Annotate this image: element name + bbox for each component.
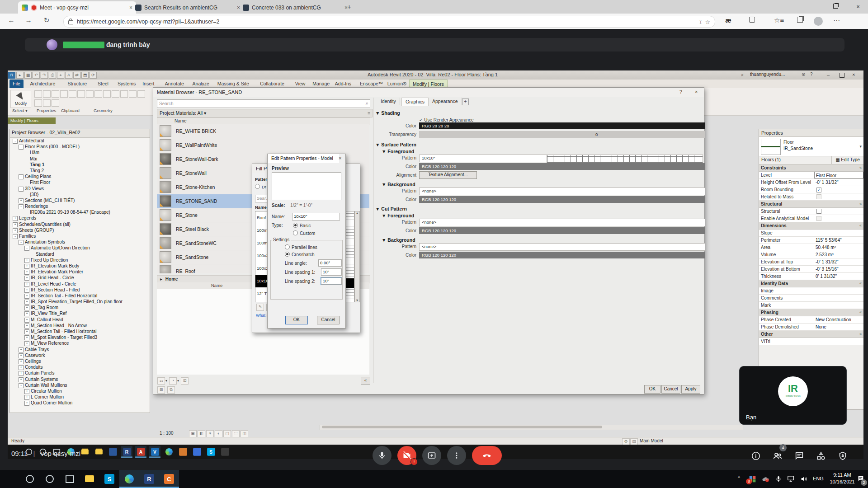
- expand-icon[interactable]: +: [24, 276, 29, 281]
- tab-graphics[interactable]: Graphics: [401, 98, 429, 106]
- tree-item[interactable]: +M_Section Head - No Arrow: [10, 323, 150, 328]
- pattern-name-input[interactable]: 10x10": [292, 213, 340, 221]
- join-icon[interactable]: [77, 90, 85, 98]
- back-icon[interactable]: ←: [6, 16, 16, 24]
- property-row[interactable]: Elevation at Top-0' 1 31/32": [759, 258, 863, 266]
- property-value[interactable]: 2.523 m³: [814, 251, 863, 258]
- expand-icon[interactable]: +: [13, 216, 18, 221]
- tree-item[interactable]: IRE00a 2021 09-19 08-54-47 (Enscape): [10, 209, 150, 215]
- language-indicator[interactable]: ENG: [813, 476, 824, 481]
- qat-section-icon[interactable]: ⇄: [73, 72, 80, 79]
- property-row[interactable]: Structural: [759, 208, 863, 215]
- property-group-header[interactable]: Phasing: [759, 309, 863, 316]
- collapse-editor-button[interactable]: «: [361, 377, 370, 385]
- taskbar-app-revit[interactable]: R: [139, 470, 159, 488]
- taskbar-app-file-explorer[interactable]: [80, 470, 99, 488]
- tree-item[interactable]: -Floor Plans (000 - MODEL): [10, 144, 150, 150]
- reload-icon[interactable]: ↻: [42, 16, 52, 24]
- expand-icon[interactable]: +: [19, 377, 24, 382]
- taskbar-app-task-view[interactable]: [60, 470, 80, 488]
- sp-bg-color-swatch[interactable]: RGB 120 120 120: [419, 196, 705, 203]
- property-group-header[interactable]: Dimensions: [759, 222, 863, 230]
- tree-item[interactable]: +Casework: [10, 352, 150, 358]
- property-value[interactable]: [814, 295, 863, 301]
- expand-icon[interactable]: +: [24, 258, 29, 263]
- property-value[interactable]: None: [814, 324, 863, 330]
- tree-item[interactable]: +Sections (MC_CHI TIẾT): [10, 197, 150, 203]
- tree-item[interactable]: +M_View Reference: [10, 340, 150, 346]
- qat-print-icon[interactable]: ⎙: [49, 72, 56, 79]
- tree-item[interactable]: +Cable Trays: [10, 347, 150, 352]
- address-bar[interactable]: https://meet.google.com/vop-qcsy-mzi?pli…: [63, 16, 715, 28]
- drafting-radio[interactable]: Dr: [255, 184, 266, 189]
- tree-item[interactable]: +Curtain Systems: [10, 376, 150, 382]
- texture-alignment-button[interactable]: Texture Alignment...: [419, 171, 477, 179]
- tree-item[interactable]: +IR_Tag Room: [10, 305, 150, 310]
- property-row[interactable]: Area50.448 m²: [759, 244, 863, 251]
- offset-icon[interactable]: [103, 90, 111, 98]
- tree-item[interactable]: +Circular Mullion: [10, 388, 150, 394]
- vcb-sun-icon[interactable]: ☀: [206, 430, 214, 437]
- search-icon[interactable]: ⌕: [741, 72, 744, 78]
- tree-item[interactable]: +IR_Elevation Mark Body: [10, 263, 150, 269]
- expand-icon[interactable]: +: [24, 300, 29, 305]
- more-options-button[interactable]: [447, 446, 466, 465]
- qat-sync-icon[interactable]: ⟳: [90, 72, 97, 79]
- expand-icon[interactable]: +: [19, 353, 24, 358]
- present-button[interactable]: [422, 446, 441, 465]
- expand-icon[interactable]: +: [24, 395, 29, 400]
- end-call-button[interactable]: [472, 446, 502, 465]
- property-row[interactable]: Enable Analytical Model: [759, 215, 863, 222]
- tree-item[interactable]: {3D}: [10, 192, 150, 197]
- element-selector[interactable]: Floors (1): [759, 156, 832, 164]
- tree-item[interactable]: +IR_Section Tail - Filled Horizontal: [10, 293, 150, 299]
- property-group-header[interactable]: Structural: [759, 201, 863, 208]
- crosshatch-radio[interactable]: Crosshatch: [285, 252, 315, 257]
- cp-foreground-header[interactable]: ▼ Foreground: [382, 213, 414, 218]
- collapse-icon[interactable]: -: [13, 139, 18, 144]
- material-row[interactable]: RE_WallPaintWhite: [157, 138, 369, 152]
- property-value[interactable]: [814, 338, 863, 345]
- property-row[interactable]: Phase CreatedNew Construction: [759, 316, 863, 324]
- expand-icon[interactable]: +: [19, 365, 24, 370]
- cp-bg-pattern-field[interactable]: <none>: [419, 243, 705, 251]
- property-row[interactable]: Elevation at Bottom-0' 3 15/16": [759, 266, 863, 273]
- pattern-list-scrollbar[interactable]: ▲ ▼: [354, 211, 360, 302]
- dialog-close-icon[interactable]: ×: [695, 89, 698, 94]
- surface-pattern-header[interactable]: ▼ Surface Pattern: [375, 142, 416, 147]
- use-render-checkbox[interactable]: ✓ Use Render Appearance: [419, 117, 474, 122]
- profile-avatar[interactable]: [814, 17, 823, 26]
- taskbar-app-search[interactable]: [20, 470, 40, 488]
- property-value[interactable]: [814, 208, 863, 215]
- checkbox-checked-icon[interactable]: ✓: [816, 188, 821, 192]
- expand-icon[interactable]: +: [24, 305, 29, 310]
- property-value[interactable]: -0' 3 15/16": [814, 266, 863, 272]
- host-controls-button[interactable]: [833, 446, 853, 466]
- expand-icon[interactable]: +: [19, 347, 24, 352]
- collapse-icon[interactable]: -: [19, 187, 24, 192]
- rotate-icon[interactable]: [120, 90, 128, 98]
- split-icon[interactable]: [86, 90, 94, 98]
- property-value[interactable]: -0' 1 31/32": [814, 258, 863, 265]
- tree-item[interactable]: +M_Spot Elevation - Target Filled3: [10, 334, 150, 340]
- participants-button[interactable]: 4: [768, 446, 788, 466]
- library-panel-icon[interactable]: ⊡: [181, 377, 189, 385]
- tree-item[interactable]: +Conduits: [10, 364, 150, 370]
- qat-redo-icon[interactable]: ↷: [41, 72, 48, 79]
- cp-fg-pattern-field[interactable]: <none>: [419, 219, 705, 226]
- expand-icon[interactable]: +: [24, 311, 29, 316]
- tray-mic-icon[interactable]: [775, 475, 782, 485]
- open-library-icon[interactable]: ◔: [169, 377, 177, 385]
- vcb-crop-icon[interactable]: ▢: [223, 430, 231, 437]
- materials-filter-bar[interactable]: Project Materials: All ▾ ≡: [157, 109, 373, 117]
- tree-item[interactable]: -Renderings: [10, 203, 150, 209]
- ribbon-tab-architecture[interactable]: Architecture: [27, 80, 58, 88]
- sp-fg-color-swatch[interactable]: RGB 120 120 120: [419, 163, 705, 170]
- tree-item[interactable]: +IR_Level Head - Circle: [10, 281, 150, 287]
- expand-icon[interactable]: +: [24, 324, 29, 328]
- type-selector[interactable]: Floor IR_SandStone ▾: [759, 137, 863, 156]
- shading-header[interactable]: ▼ Shading: [375, 110, 400, 116]
- cut-pattern-header[interactable]: ▼ Cut Pattern: [375, 206, 407, 211]
- collapse-icon[interactable]: -: [19, 204, 24, 209]
- property-value[interactable]: -0' 1 31/32": [814, 179, 863, 186]
